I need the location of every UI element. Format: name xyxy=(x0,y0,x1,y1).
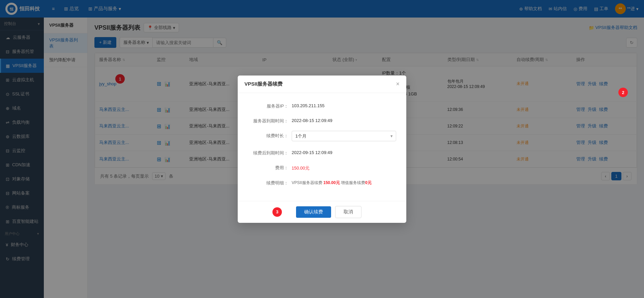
new-expire-row: 续费后到期时间： 2022-09-15 12:09:49 xyxy=(248,148,396,156)
modal-header: VPSII服务器续费 × xyxy=(238,76,406,93)
fee-label: 费用： xyxy=(248,163,288,171)
server-ip-value: 103.205.211.155 xyxy=(288,101,396,108)
duration-row: 续费时长： 1个月 2个月 3个月 6个月 12个月 xyxy=(248,131,396,141)
fee-detail-value: VPSII服务器续费 150.00元 增值服务续费0元 xyxy=(288,178,372,186)
annotation-badge-2: 2 xyxy=(618,88,628,97)
new-expire-value: 2022-09-15 12:09:49 xyxy=(288,148,396,155)
duration-label: 续费时长： xyxy=(248,131,288,139)
duration-select-wrap: 1个月 2个月 3个月 6个月 12个月 xyxy=(288,131,396,141)
modal-title: VPSII服务器续费 xyxy=(244,81,283,87)
duration-select-wrapper: 1个月 2个月 3个月 6个月 12个月 xyxy=(292,131,396,141)
fee-value: 150.00元 xyxy=(288,163,310,171)
new-expire-label: 续费后到期时间： xyxy=(248,148,288,156)
duration-select[interactable]: 1个月 2个月 3个月 6个月 12个月 xyxy=(292,131,396,141)
cancel-button[interactable]: 取消 xyxy=(335,206,361,218)
renewal-modal: VPSII服务器续费 × 服务器IP： 103.205.211.155 服务器到… xyxy=(238,76,406,223)
expire-value: 2022-08-15 12:09:49 xyxy=(288,116,396,123)
expire-time-row: 服务器到期时间： 2022-08-15 12:09:49 xyxy=(248,116,396,124)
modal-footer: 3 确认续费 取消 xyxy=(238,201,406,223)
fee-row: 费用： 150.00元 xyxy=(248,163,396,171)
server-ip-label: 服务器IP： xyxy=(248,101,288,109)
fee-detail-suffix2: 0元 xyxy=(365,180,372,185)
fee-detail-label: 续费明细： xyxy=(248,178,288,186)
modal-body: 服务器IP： 103.205.211.155 服务器到期时间： 2022-08-… xyxy=(238,93,406,201)
confirm-renewal-button[interactable]: 确认续费 xyxy=(296,206,331,218)
modal-close-button[interactable]: × xyxy=(396,81,400,87)
modal-overlay[interactable]: 2 VPSII服务器续费 × 服务器IP： 103.205.211.155 服务… xyxy=(0,0,644,298)
fee-detail-row: 续费明细： VPSII服务器续费 150.00元 增值服务续费0元 xyxy=(248,178,396,186)
expire-label: 服务器到期时间： xyxy=(248,116,288,124)
server-ip-row: 服务器IP： 103.205.211.155 xyxy=(248,101,396,109)
annotation-badge-3: 3 xyxy=(272,207,282,217)
fee-detail-amount: 150.00元 xyxy=(323,180,340,185)
